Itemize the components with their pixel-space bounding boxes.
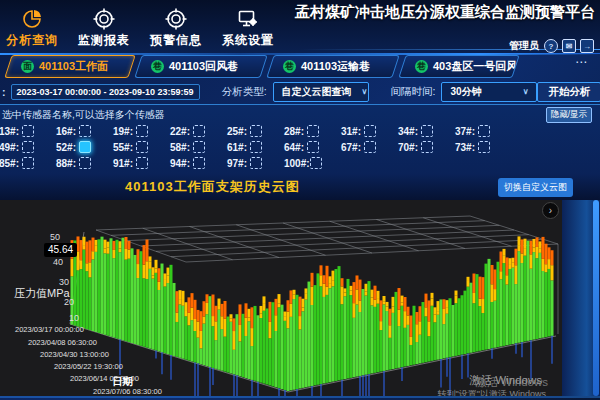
chart-title: 401103工作面支架历史云图 <box>125 178 300 196</box>
message-icon[interactable]: ✉ <box>562 39 576 53</box>
tab-type-badge: 巷 <box>151 60 164 73</box>
x-axis-title: 日期 <box>112 375 133 389</box>
sensor-grid: 13#: 16#: 19#: 22#: 25#: 28#: 31#: 34#: … <box>0 123 600 171</box>
sensor-label: 70#: <box>398 142 418 153</box>
sensor-label: 52#: <box>56 142 76 153</box>
sensor-label: 22#: <box>170 126 190 137</box>
sensor-checkbox[interactable] <box>22 141 34 153</box>
sensor-row: 49#: 52#: 55#: 58#: 61#: 64#: 67#: 70#: … <box>0 139 600 155</box>
interval-label: 间隔时间: <box>391 85 436 99</box>
sensor-cell-100: 100#: <box>276 157 333 169</box>
z-axis-pointer-label: 45.64 <box>44 243 77 257</box>
sensor-cell-22: 22#: <box>162 125 219 137</box>
tab-type-badge: 巷 <box>415 60 428 73</box>
sensor-checkbox[interactable] <box>136 141 148 153</box>
sensor-cell-97: 97#: <box>219 157 276 169</box>
sensor-checkbox[interactable] <box>79 125 91 137</box>
collapse-arrow-icon[interactable]: › <box>542 202 559 219</box>
sensor-checkbox[interactable] <box>136 125 148 137</box>
bottom-edge-line <box>0 396 600 398</box>
sensor-checkbox[interactable] <box>307 141 319 153</box>
nav-item-1[interactable]: 分析查询 <box>6 7 58 49</box>
tab-label: 401103工作面 <box>39 59 108 74</box>
tab-401103回风巷[interactable]: 巷 401103回风巷 <box>134 55 267 78</box>
sensor-checkbox[interactable] <box>136 157 148 169</box>
sensor-checkbox[interactable] <box>22 125 34 137</box>
filter-bar: : 2023-03-17 00:00:00 - 2023-09-10 23:59… <box>0 80 600 103</box>
sensor-checkbox[interactable] <box>364 125 376 137</box>
interval-select[interactable]: 30分钟 ∨ <box>441 82 537 102</box>
date-range-input[interactable]: 2023-03-17 00:00:00 - 2023-09-10 23:59:5… <box>11 84 200 100</box>
user-row: 管理员 ?✉→ <box>509 39 594 53</box>
sensor-label: 91#: <box>113 158 133 169</box>
x-tick-4: 2023/05/22 19:30:00 <box>54 362 123 371</box>
sensor-checkbox[interactable] <box>193 157 205 169</box>
app-title: 孟村煤矿冲击地压分源权重综合监测预警平台 <box>295 3 595 21</box>
sensor-checkbox[interactable] <box>250 125 262 137</box>
x-tick-1: 2023/03/17 00:00:00 <box>15 325 84 334</box>
z-tick-50: 50 <box>50 232 60 242</box>
sensor-cell-58: 58#: <box>162 141 219 153</box>
sensor-checkbox[interactable] <box>310 157 322 169</box>
sensor-checkbox[interactable] <box>421 141 433 153</box>
sensor-cell-70: 70#: <box>390 141 447 153</box>
pie-chart-icon <box>20 7 44 31</box>
sensor-cell-34: 34#: <box>390 125 447 137</box>
user-name: 管理员 <box>509 39 539 53</box>
sensor-row: 13#: 16#: 19#: 22#: 25#: 28#: 31#: 34#: … <box>0 123 600 139</box>
analysis-type-select[interactable]: 自定义云图查询 ∨ <box>273 82 369 102</box>
sensor-cell-13: 13#: <box>0 125 48 137</box>
nav-item-3[interactable]: 预警信息 <box>150 7 202 49</box>
sensor-checkbox[interactable] <box>193 141 205 153</box>
pressure-cloud-chart: 5040302010 45.64 压力值MPa 2023/03/17 00:00… <box>0 200 562 396</box>
analysis-type-value: 自定义云图查询 <box>282 85 352 99</box>
interval-value: 30分钟 <box>450 85 481 99</box>
switch-cloud-map-button[interactable]: 切换自定义云图 <box>498 178 573 197</box>
sensor-panel: 选中传感器名称,可以选择多个传感器 隐藏/显示 13#: 16#: 19#: 2… <box>0 104 600 177</box>
nav-item-label: 系统设置 <box>222 32 274 49</box>
vertical-scrollbar[interactable] <box>593 200 599 396</box>
sensor-checkbox[interactable] <box>478 125 490 137</box>
tab-type-badge: 面 <box>21 60 34 73</box>
sensor-checkbox[interactable] <box>250 157 262 169</box>
analysis-type-label: 分析类型: <box>222 85 267 99</box>
nav-item-label: 预警信息 <box>150 32 202 49</box>
sensor-cell-19: 19#: <box>105 125 162 137</box>
sensor-checkbox[interactable] <box>364 141 376 153</box>
sensor-checkbox[interactable] <box>478 141 490 153</box>
exit-icon[interactable]: → <box>580 39 594 53</box>
x-tick-2: 2023/04/08 06:30:00 <box>28 338 97 347</box>
sensor-checkbox[interactable] <box>79 157 91 169</box>
sensor-checkbox[interactable] <box>79 141 91 153</box>
sensor-checkbox[interactable] <box>22 157 34 169</box>
tab-label: 403盘区一号回风巷 <box>433 59 520 74</box>
tab-403盘区一号回风巷[interactable]: 巷 403盘区一号回风巷 <box>398 55 519 78</box>
sensor-checkbox[interactable] <box>250 141 262 153</box>
sensor-cell-88: 88#: <box>48 157 105 169</box>
windows-watermark-line2: 转到"设置"以激活 Windows <box>438 388 546 396</box>
sensor-cell-16: 16#: <box>48 125 105 137</box>
hide-show-button[interactable]: 隐藏/显示 <box>546 107 592 123</box>
nav-item-2[interactable]: 监测报表 <box>78 7 130 49</box>
sensor-cell-25: 25#: <box>219 125 276 137</box>
truncated-filter-label: : <box>2 86 6 98</box>
tab-401103运输巷[interactable]: 巷 401103运输巷 <box>266 55 399 78</box>
sensor-label: 13#: <box>0 126 19 137</box>
help-icon[interactable]: ? <box>544 39 558 53</box>
more-tabs-indicator[interactable]: ⋯ <box>575 55 588 69</box>
start-analysis-button[interactable]: 开始分析 <box>537 82 600 102</box>
sensor-checkbox[interactable] <box>193 125 205 137</box>
nav-item-4[interactable]: 系统设置 <box>222 7 274 49</box>
x-tick-3: 2023/04/30 13:00:00 <box>40 350 109 359</box>
sensor-label: 19#: <box>113 126 133 137</box>
sensor-label: 67#: <box>341 142 361 153</box>
tab-401103工作面[interactable]: 面 401103工作面 <box>4 55 135 78</box>
sensor-checkbox[interactable] <box>421 125 433 137</box>
user-icons: ?✉→ <box>544 39 594 53</box>
sensor-cell-31: 31#: <box>333 125 390 137</box>
z-axis-title: 压力值MPa <box>14 286 70 301</box>
sensor-checkbox[interactable] <box>307 125 319 137</box>
nav-item-label: 分析查询 <box>6 32 58 49</box>
sensor-cell-64: 64#: <box>276 141 333 153</box>
sensor-cell-37: 37#: <box>447 125 504 137</box>
